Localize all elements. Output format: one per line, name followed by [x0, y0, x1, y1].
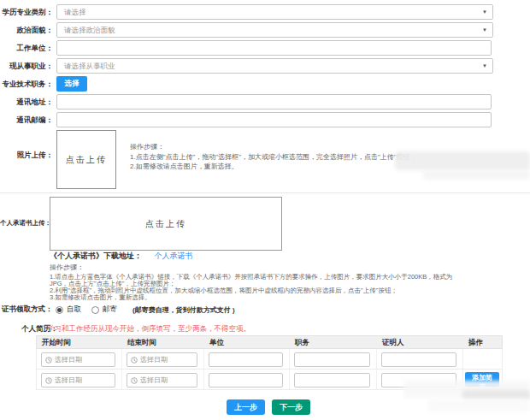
header-unit: 单位 — [204, 336, 290, 348]
cert-method-label: 证书领取方式： — [2, 305, 53, 315]
radio-mail-label[interactable]: 邮寄 — [103, 305, 117, 315]
commitment-download-link[interactable]: 个人承诺书 — [155, 251, 193, 260]
photo-upload-box-text: 点击上传 — [66, 154, 107, 166]
work-unit-label: 工作单位： — [0, 40, 53, 56]
chevron-down-icon: ▼ — [482, 59, 487, 73]
clock-icon — [45, 377, 52, 384]
radio-mail[interactable] — [91, 306, 99, 314]
date-placeholder: 选择日期 — [55, 355, 82, 364]
header-end-time: 结束时间 — [122, 336, 204, 348]
start-date-picker-2[interactable]: 选择日期 — [41, 373, 115, 387]
photo-upload-label: 照片上传： — [0, 151, 53, 161]
section-divider — [0, 192, 530, 193]
education-category-label: 学历专业类别： — [0, 4, 53, 20]
registration-form-page: 学历专业类别： 请选择 ▼ 政治面貌： 请选择政治面貌 ▼ 工作单位： 现从事职… — [0, 0, 530, 420]
header-start-time: 开始时间 — [37, 336, 122, 348]
photo-upload-box[interactable]: 点击上传 — [56, 130, 116, 189]
education-category-select[interactable]: 请选择 ▼ — [56, 4, 493, 20]
technical-title-label: 专业技术职务： — [0, 76, 53, 92]
resume-row-2: 选择日期 选择日期 添加简历 — [36, 370, 503, 390]
clock-icon — [45, 357, 52, 364]
header-action: 操作 — [463, 336, 502, 348]
postal-code-input[interactable] — [56, 112, 492, 127]
watermark-blur — [423, 170, 530, 180]
commitment-download-label: 《个人承诺书》下载地址： — [50, 251, 142, 260]
radio-self-pickup-label[interactable]: 自取 — [67, 305, 81, 315]
reference-input-1[interactable] — [381, 352, 456, 367]
header-position: 职务 — [290, 336, 377, 348]
position-input-2[interactable] — [294, 373, 370, 387]
unit-input-2[interactable] — [209, 373, 283, 387]
photo-steps-title: 操作步骤： — [130, 142, 164, 151]
form-row-technical-title: 专业技术职务： 选择 — [0, 76, 530, 92]
commitment-upload-label: 个人承诺书上传： — [0, 219, 47, 228]
end-date-picker-1[interactable]: 选择日期 — [127, 352, 197, 367]
date-placeholder: 选择日期 — [140, 355, 168, 364]
commitment-steps-title: 操作步骤： — [50, 263, 84, 272]
chevron-down-icon: ▼ — [482, 23, 487, 37]
date-placeholder: 选择日期 — [140, 376, 168, 385]
next-step-button[interactable]: 下一步 — [272, 399, 310, 415]
header-reference: 证明人 — [377, 336, 463, 348]
resume-row-1: 选择日期 选择日期 — [36, 349, 503, 370]
clock-icon — [131, 377, 138, 384]
cert-method-radio-group: 自取 邮寄 (邮寄费自理，货到付款方式支付 ) — [56, 305, 235, 315]
form-row-political-status: 政治面貌： 请选择政治面貌 ▼ — [0, 22, 530, 38]
cert-method-row: 证书领取方式： 自取 邮寄 (邮寄费自理，货到付款方式支付 ) — [0, 305, 530, 315]
postal-code-label: 通讯邮编： — [0, 112, 53, 127]
mailing-address-input[interactable] — [56, 94, 492, 109]
position-input-1[interactable] — [294, 352, 370, 367]
photo-step-1: 1.点击左侧"点击上传"，拖动"选择框"，加大或缩小框选范围，完全选择照片，点击… — [130, 152, 417, 162]
unit-input-1[interactable] — [209, 352, 283, 367]
resume-table-header: 开始时间 结束时间 单位 职务 证明人 操作 — [36, 335, 503, 349]
select-placeholder: 请选择从事职业 — [64, 59, 115, 73]
work-unit-input[interactable] — [56, 40, 492, 56]
political-status-label: 政治面貌： — [0, 22, 53, 38]
commitment-upload-box[interactable]: 点击上传 — [50, 197, 282, 251]
form-row-work-unit: 工作单位： — [0, 40, 530, 56]
clock-icon — [131, 357, 138, 364]
resume-table: 开始时间 结束时间 单位 职务 证明人 操作 选择日期 选择日期 — [36, 335, 503, 390]
action-cell-1 — [463, 349, 502, 369]
resume-warning-note: 学习和工作经历从现今开始，倒序填写，至少两条，不得空项。 — [47, 324, 250, 334]
cert-method-note: (邮寄费自理，货到付款方式支付 ) — [132, 305, 235, 315]
photo-step-2: 2.如需修改请点击图片，重新选择。 — [130, 162, 238, 171]
mailing-address-label: 通讯地址： — [0, 94, 53, 109]
select-placeholder: 请选择政治面貌 — [64, 23, 115, 37]
political-status-select[interactable]: 请选择政治面貌 ▼ — [56, 22, 493, 38]
form-row-mailing-address: 通讯地址： — [0, 94, 530, 109]
watermark-blur — [427, 399, 530, 412]
commitment-upload-box-text: 点击上传 — [145, 218, 186, 230]
end-date-picker-2[interactable]: 选择日期 — [127, 373, 197, 387]
date-placeholder: 选择日期 — [55, 376, 82, 385]
form-row-postal-code: 通讯邮编： — [0, 112, 530, 127]
commitment-step-3: 3.如需修改请点击图片，重新选择。 — [50, 293, 151, 302]
radio-self-pickup[interactable] — [56, 306, 63, 314]
choose-title-button[interactable]: 选择 — [56, 76, 87, 92]
watermark-blur — [462, 390, 530, 400]
start-date-picker-1[interactable]: 选择日期 — [41, 352, 115, 367]
reference-input-2[interactable] — [381, 373, 456, 387]
occupation-label: 现从事职业： — [0, 58, 53, 74]
commitment-download-line: 《个人承诺书》下载地址： 个人承诺书 — [50, 251, 193, 262]
occupation-select[interactable]: 请选择从事职业 ▼ — [56, 58, 493, 74]
chevron-down-icon: ▼ — [482, 5, 487, 19]
form-row-education-category: 学历专业类别： 请选择 ▼ — [0, 4, 530, 20]
select-placeholder: 请选择 — [64, 5, 86, 19]
add-resume-button[interactable]: 添加简历 — [465, 372, 499, 387]
form-row-occupation: 现从事职业： 请选择从事职业 ▼ — [0, 58, 530, 74]
previous-step-button[interactable]: 上一步 — [227, 399, 265, 415]
